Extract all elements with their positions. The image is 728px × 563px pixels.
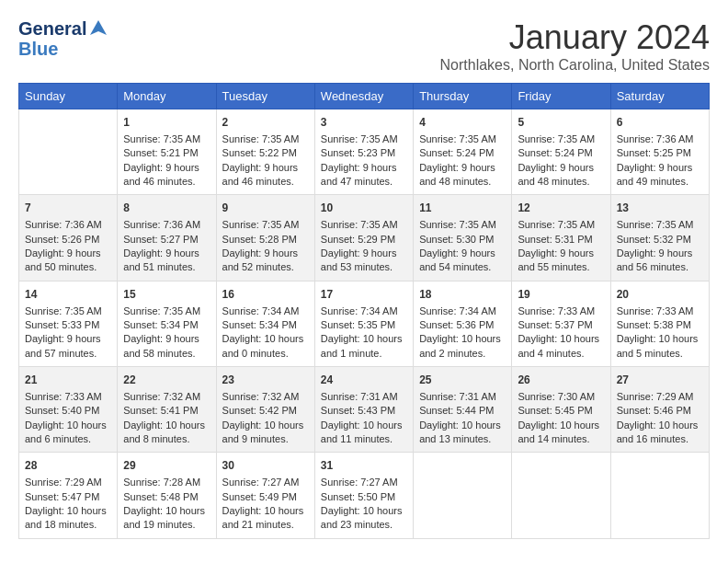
day-number: 10 — [321, 201, 407, 216]
calendar-cell: 29Sunrise: 7:28 AMSunset: 5:48 PMDayligh… — [118, 453, 216, 538]
calendar-cell — [610, 453, 709, 538]
sunset-text: Sunset: 5:34 PM — [222, 319, 297, 330]
sunrise-text: Sunrise: 7:34 AM — [419, 305, 496, 316]
day-number: 13 — [617, 201, 703, 216]
sunset-text: Sunset: 5:21 PM — [123, 147, 198, 158]
calendar-cell: 10Sunrise: 7:35 AMSunset: 5:29 PMDayligh… — [314, 195, 413, 281]
header-cell-saturday: Saturday — [610, 84, 709, 109]
header-cell-friday: Friday — [512, 84, 610, 109]
calendar-cell: 16Sunrise: 7:34 AMSunset: 5:34 PMDayligh… — [216, 281, 314, 366]
day-number: 22 — [123, 373, 210, 388]
sunset-text: Sunset: 5:29 PM — [321, 234, 395, 245]
daylight-text: Daylight: 10 hours and 4 minutes. — [518, 333, 599, 358]
title-section: January 2024 Northlakes, North Carolina,… — [440, 18, 710, 74]
sunset-text: Sunset: 5:49 PM — [222, 491, 297, 502]
daylight-text: Daylight: 10 hours and 23 minutes. — [321, 505, 403, 530]
sunrise-text: Sunrise: 7:27 AM — [222, 477, 300, 488]
calendar-cell: 28Sunrise: 7:29 AMSunset: 5:47 PMDayligh… — [19, 453, 118, 538]
daylight-text: Daylight: 9 hours and 49 minutes. — [617, 162, 693, 187]
week-row-1: 1Sunrise: 7:35 AMSunset: 5:21 PMDaylight… — [19, 109, 710, 195]
daylight-text: Daylight: 9 hours and 57 minutes. — [25, 333, 101, 358]
day-number: 1 — [123, 115, 210, 131]
day-number: 8 — [123, 201, 210, 216]
sunrise-text: Sunrise: 7:35 AM — [25, 305, 102, 316]
sunset-text: Sunset: 5:24 PM — [419, 147, 494, 158]
calendar-cell: 14Sunrise: 7:35 AMSunset: 5:33 PMDayligh… — [19, 281, 118, 366]
sunset-text: Sunset: 5:46 PM — [617, 405, 691, 416]
sunrise-text: Sunrise: 7:36 AM — [123, 219, 200, 230]
daylight-text: Daylight: 10 hours and 9 minutes. — [222, 419, 304, 444]
calendar-cell: 8Sunrise: 7:36 AMSunset: 5:27 PMDaylight… — [118, 195, 216, 281]
sunset-text: Sunset: 5:42 PM — [222, 405, 297, 416]
sunrise-text: Sunrise: 7:35 AM — [518, 219, 595, 230]
sunrise-text: Sunrise: 7:35 AM — [222, 133, 300, 144]
sunset-text: Sunset: 5:23 PM — [321, 147, 395, 158]
day-number: 19 — [518, 287, 604, 303]
daylight-text: Daylight: 10 hours and 19 minutes. — [123, 505, 205, 530]
day-number: 11 — [419, 201, 506, 216]
calendar-cell: 19Sunrise: 7:33 AMSunset: 5:37 PMDayligh… — [512, 281, 610, 366]
sunset-text: Sunset: 5:31 PM — [518, 234, 592, 245]
day-number: 17 — [321, 287, 407, 303]
calendar-cell: 30Sunrise: 7:27 AMSunset: 5:49 PMDayligh… — [216, 453, 314, 538]
day-number: 16 — [222, 287, 309, 303]
sunrise-text: Sunrise: 7:35 AM — [419, 133, 496, 144]
calendar-cell: 21Sunrise: 7:33 AMSunset: 5:40 PMDayligh… — [19, 367, 118, 453]
day-number: 14 — [25, 287, 111, 303]
day-number: 31 — [321, 458, 407, 474]
sunrise-text: Sunrise: 7:32 AM — [222, 391, 300, 402]
sunrise-text: Sunrise: 7:31 AM — [321, 391, 398, 402]
calendar-cell: 17Sunrise: 7:34 AMSunset: 5:35 PMDayligh… — [314, 281, 413, 366]
header-cell-sunday: Sunday — [19, 84, 118, 109]
calendar-cell: 27Sunrise: 7:29 AMSunset: 5:46 PMDayligh… — [610, 367, 709, 453]
day-number: 9 — [222, 201, 309, 216]
sunrise-text: Sunrise: 7:34 AM — [222, 305, 300, 316]
sunset-text: Sunset: 5:34 PM — [123, 319, 198, 330]
daylight-text: Daylight: 10 hours and 18 minutes. — [25, 505, 107, 530]
daylight-text: Daylight: 10 hours and 8 minutes. — [123, 419, 205, 444]
daylight-text: Daylight: 9 hours and 46 minutes. — [222, 162, 299, 187]
daylight-text: Daylight: 10 hours and 0 minutes. — [222, 333, 304, 358]
svg-marker-0 — [90, 20, 107, 35]
sunset-text: Sunset: 5:45 PM — [518, 405, 592, 416]
daylight-text: Daylight: 10 hours and 5 minutes. — [617, 333, 699, 358]
daylight-text: Daylight: 9 hours and 48 minutes. — [419, 162, 495, 187]
logo: General Blue — [18, 18, 108, 60]
sunrise-text: Sunrise: 7:35 AM — [123, 305, 200, 316]
sunrise-text: Sunrise: 7:33 AM — [518, 305, 595, 316]
sunset-text: Sunset: 5:47 PM — [25, 491, 99, 502]
header-cell-wednesday: Wednesday — [314, 84, 413, 109]
daylight-text: Daylight: 10 hours and 16 minutes. — [617, 419, 699, 444]
calendar-cell — [19, 109, 118, 195]
day-number: 12 — [518, 201, 604, 216]
day-number: 25 — [419, 373, 506, 388]
calendar-cell: 2Sunrise: 7:35 AMSunset: 5:22 PMDaylight… — [216, 109, 314, 195]
sunrise-text: Sunrise: 7:28 AM — [123, 477, 200, 488]
sunset-text: Sunset: 5:35 PM — [321, 319, 395, 330]
day-number: 28 — [25, 458, 111, 474]
sunrise-text: Sunrise: 7:31 AM — [419, 391, 496, 402]
sunset-text: Sunset: 5:32 PM — [617, 234, 691, 245]
logo-blue-text: Blue — [18, 39, 58, 59]
calendar-cell: 1Sunrise: 7:35 AMSunset: 5:21 PMDaylight… — [118, 109, 216, 195]
day-number: 18 — [419, 287, 506, 303]
calendar-cell: 22Sunrise: 7:32 AMSunset: 5:41 PMDayligh… — [118, 367, 216, 453]
daylight-text: Daylight: 10 hours and 6 minutes. — [25, 419, 107, 444]
logo-icon — [88, 18, 108, 39]
daylight-text: Daylight: 9 hours and 47 minutes. — [321, 162, 397, 187]
sunrise-text: Sunrise: 7:35 AM — [321, 133, 398, 144]
day-number: 29 — [123, 458, 210, 474]
sunrise-text: Sunrise: 7:36 AM — [617, 133, 694, 144]
daylight-text: Daylight: 9 hours and 51 minutes. — [123, 247, 199, 272]
sunrise-text: Sunrise: 7:35 AM — [419, 219, 496, 230]
day-number: 7 — [25, 201, 111, 216]
sunset-text: Sunset: 5:40 PM — [25, 405, 99, 416]
daylight-text: Daylight: 9 hours and 48 minutes. — [518, 162, 594, 187]
sunset-text: Sunset: 5:44 PM — [419, 405, 494, 416]
sunset-text: Sunset: 5:30 PM — [419, 234, 494, 245]
sunset-text: Sunset: 5:36 PM — [419, 319, 494, 330]
sunset-text: Sunset: 5:41 PM — [123, 405, 198, 416]
calendar-cell: 23Sunrise: 7:32 AMSunset: 5:42 PMDayligh… — [216, 367, 314, 453]
day-number: 27 — [617, 373, 703, 388]
daylight-text: Daylight: 10 hours and 2 minutes. — [419, 333, 501, 358]
